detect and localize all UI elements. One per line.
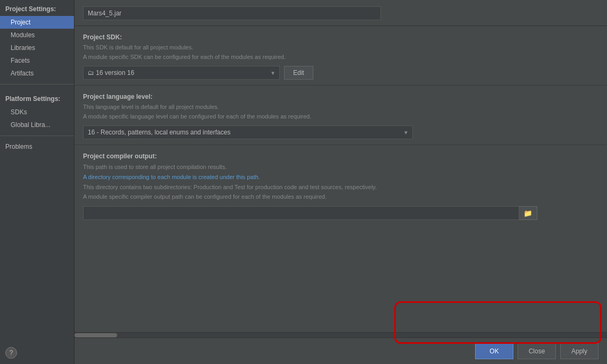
sdk-dropdown[interactable]: 🗂 16 version 16 17 version 17 11 version… <box>83 66 280 80</box>
compiler-output-title: Project compiler output: <box>83 153 598 160</box>
language-level-desc: This language level is default for all p… <box>83 103 598 121</box>
platform-settings-section: Platform Settings: <box>0 89 74 106</box>
top-input-area <box>74 0 607 26</box>
sidebar: Project Settings: Project Modules Librar… <box>0 0 74 364</box>
sidebar-item-libraries[interactable]: Libraries <box>0 41 74 54</box>
sidebar-item-sdks[interactable]: SDKs <box>0 106 74 118</box>
project-sdk-desc: This SDK is default for all project modu… <box>83 43 598 62</box>
close-button[interactable]: Close <box>518 343 556 359</box>
language-level-section: Project language level: This language le… <box>74 86 607 145</box>
sidebar-divider2 <box>0 136 74 136</box>
scrollbar-thumb[interactable] <box>74 333 117 337</box>
main-content: Project SDK: This SDK is default for all… <box>74 0 607 364</box>
sidebar-item-facets[interactable]: Facets <box>0 54 74 67</box>
sidebar-item-modules[interactable]: Modules <box>0 29 74 41</box>
language-level-dropdown-wrapper: 16 - Records, patterns, local enums and … <box>83 125 413 139</box>
sidebar-item-problems[interactable]: Problems <box>0 140 74 153</box>
sidebar-divider <box>0 84 74 84</box>
sdk-row: 🗂 16 version 16 17 version 17 11 version… <box>83 66 598 80</box>
edit-sdk-button[interactable]: Edit <box>284 66 313 80</box>
browse-folder-button[interactable]: 📁 <box>519 206 537 220</box>
compiler-output-desc: This path is used to store all project c… <box>83 162 598 202</box>
horizontal-scrollbar[interactable] <box>74 332 607 337</box>
sidebar-item-project[interactable]: Project <box>0 16 74 29</box>
sidebar-item-global-libraries[interactable]: Global Libra... <box>0 118 74 131</box>
sidebar-item-artifacts[interactable]: Artifacts <box>0 67 74 80</box>
project-settings-section: Project Settings: <box>0 0 74 16</box>
folder-icon: 📁 <box>523 209 533 217</box>
compiler-output-path-input[interactable] <box>83 206 519 220</box>
project-sdk-section: Project SDK: This SDK is default for all… <box>74 26 607 86</box>
compiler-output-section: Project compiler output: This path is us… <box>74 145 607 225</box>
language-level-dropdown[interactable]: 16 - Records, patterns, local enums and … <box>83 125 413 139</box>
bottom-button-bar: OK Close Apply <box>74 337 607 364</box>
file-input[interactable] <box>83 6 381 20</box>
project-sdk-title: Project SDK: <box>83 33 598 41</box>
help-button[interactable]: ? <box>5 347 17 359</box>
compiler-path-row: 📁 <box>83 206 598 220</box>
language-level-title: Project language level: <box>83 93 598 100</box>
file-input-row <box>83 6 598 20</box>
sdk-dropdown-wrapper: 🗂 16 version 16 17 version 17 11 version… <box>83 66 280 80</box>
apply-button[interactable]: Apply <box>560 343 598 359</box>
compiler-desc-highlight1: A directory corresponding to each module… <box>83 174 260 180</box>
ok-button[interactable]: OK <box>475 343 513 359</box>
